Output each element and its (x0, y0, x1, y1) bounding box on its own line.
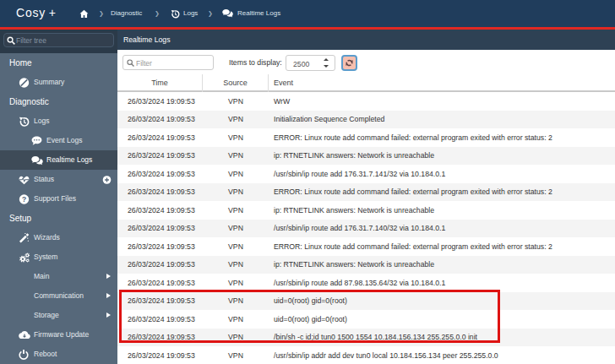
svg-text:?: ? (22, 194, 26, 203)
